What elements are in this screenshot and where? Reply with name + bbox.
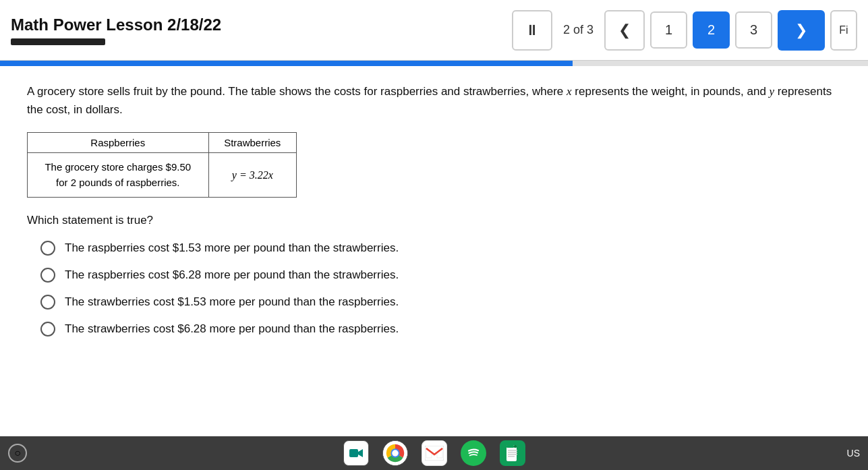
raspberries-cell: The grocery store charges $9.50for 2 pou…	[28, 153, 209, 198]
taskbar-left: ○	[8, 444, 27, 463]
pause-icon: ⏸	[525, 22, 540, 39]
header-controls: ⏸ 2 of 3 ❮ 1 2 3 ❯ Fi	[512, 10, 857, 51]
radio-4[interactable]	[40, 322, 55, 336]
page-title: Math Power Lesson 2/18/22	[11, 16, 512, 34]
option-1-text: The raspberries cost $1.53 more per poun…	[65, 241, 399, 255]
meet-svg	[348, 445, 364, 461]
col-strawberries-header: Strawberries	[208, 133, 296, 153]
option-4-text: The strawberries cost $6.28 more per pou…	[65, 322, 399, 336]
chrome-svg	[383, 440, 407, 466]
meet-icon[interactable]	[343, 440, 369, 466]
gmail-svg	[425, 446, 444, 461]
page-2-button[interactable]: 2	[693, 11, 730, 49]
fruit-table: Raspberries Strawberries The grocery sto…	[27, 132, 297, 198]
radio-1[interactable]	[40, 241, 55, 256]
prev-icon: ❮	[618, 22, 631, 39]
var-y: y	[770, 85, 775, 98]
page-1-label: 1	[665, 22, 672, 38]
header-subtitle-bar	[11, 38, 105, 45]
svg-rect-9	[508, 450, 517, 451]
page-3-label: 3	[750, 22, 757, 38]
spotify-svg	[465, 445, 482, 461]
svg-rect-7	[507, 445, 514, 448]
prev-button[interactable]: ❮	[604, 10, 645, 51]
svg-point-4	[392, 450, 398, 456]
sheets-svg	[505, 444, 520, 462]
option-3[interactable]: The strawberries cost $1.53 more per pou…	[40, 295, 841, 310]
progress-bar-fill	[0, 61, 573, 66]
page-counter: 2 of 3	[558, 23, 599, 37]
col-raspberries-header: Raspberries	[28, 133, 209, 153]
sheets-icon[interactable]	[500, 440, 525, 466]
strawberries-cell: y = 3.22x	[208, 153, 296, 198]
problem-intro: A grocery store sells fruit by the pound…	[27, 85, 563, 98]
options-list: The raspberries cost $1.53 more per poun…	[27, 241, 841, 336]
question-label: Which statement is true?	[27, 214, 841, 227]
page-1-button[interactable]: 1	[650, 11, 687, 49]
main-content: A grocery store sells fruit by the pound…	[0, 66, 868, 353]
svg-marker-1	[358, 449, 363, 457]
locale-indicator: US	[847, 448, 860, 459]
gmail-icon[interactable]	[422, 440, 447, 466]
svg-rect-12	[508, 456, 515, 457]
next-button[interactable]: ❯	[778, 10, 825, 51]
progress-bar-container	[0, 61, 868, 66]
formula: y = 3.22x	[232, 169, 273, 181]
page-2-label: 2	[707, 22, 715, 38]
chrome-icon[interactable]	[382, 440, 408, 466]
svg-rect-8	[514, 445, 517, 448]
option-3-text: The strawberries cost $1.53 more per pou…	[65, 295, 399, 309]
radio-3[interactable]	[40, 295, 55, 310]
option-1[interactable]: The raspberries cost $1.53 more per poun…	[40, 241, 841, 256]
radio-2[interactable]	[40, 268, 55, 283]
option-2[interactable]: The raspberries cost $6.28 more per poun…	[40, 268, 841, 283]
header: Math Power Lesson 2/18/22 ⏸ 2 of 3 ❮ 1 2…	[0, 0, 868, 61]
option-4[interactable]: The strawberries cost $6.28 more per pou…	[40, 322, 841, 336]
svg-rect-0	[349, 449, 358, 457]
problem-text: A grocery store sells fruit by the pound…	[27, 82, 841, 119]
os-icon: ○	[14, 447, 21, 459]
fi-label: Fi	[839, 24, 848, 36]
os-button[interactable]: ○	[8, 444, 27, 463]
var-x: x	[567, 85, 572, 98]
spotify-icon[interactable]	[461, 440, 486, 466]
header-title-area: Math Power Lesson 2/18/22	[11, 16, 512, 45]
taskbar: ○	[0, 436, 868, 470]
problem-mid: represents the weight, in pounds, and	[575, 85, 769, 98]
svg-rect-10	[508, 452, 517, 453]
pause-button[interactable]: ⏸	[512, 10, 552, 51]
page-3-button[interactable]: 3	[735, 11, 772, 49]
fi-button[interactable]: Fi	[830, 10, 857, 51]
next-icon: ❯	[795, 22, 807, 39]
svg-rect-11	[508, 454, 517, 455]
option-2-text: The raspberries cost $6.28 more per poun…	[65, 268, 399, 282]
